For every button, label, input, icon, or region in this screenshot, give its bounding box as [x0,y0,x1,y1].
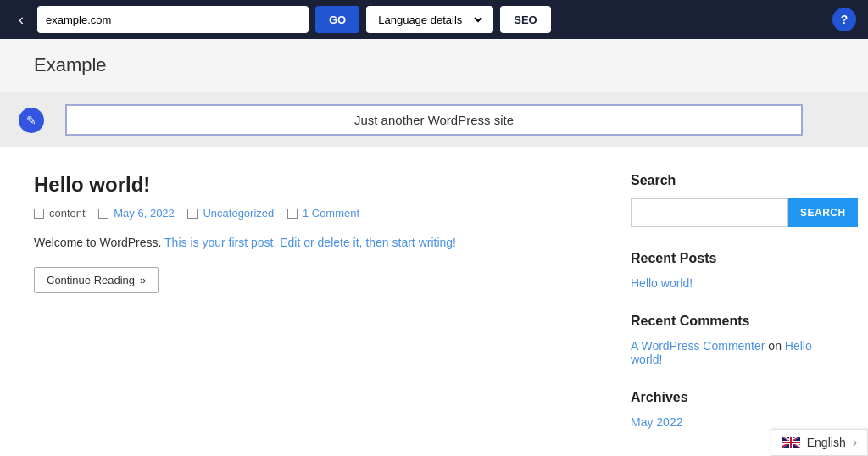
recent-comments-section: Recent Comments A WordPress Commenter on… [631,314,834,366]
search-row: SEARCH [631,198,834,227]
post-meta-comments[interactable]: 1 Comment [303,207,359,220]
meta-sep-1: · [91,207,94,220]
search-section-title: Search [631,173,834,188]
date-icon [98,209,108,219]
language-label: English [807,436,846,449]
excerpt-static: Welcome to WordPress. [34,236,164,249]
post-meta-category[interactable]: Uncategorized [203,207,274,220]
recent-posts-title: Recent Posts [631,251,834,266]
category-icon [187,209,198,219]
excerpt-link1[interactable]: This is your first post. [164,236,276,249]
post-meta-date[interactable]: May 6, 2022 [114,207,175,220]
meta-sep-2: · [180,207,183,220]
flag-icon [782,437,800,448]
continue-reading-button[interactable]: Continue Reading » [34,267,159,293]
language-details-dropdown[interactable]: Language details [366,6,493,33]
lang-chevron-icon[interactable]: › [853,435,857,450]
comment-icon [287,209,298,219]
continue-reading-label: Continue Reading [47,274,135,286]
meta-sep-3: · [279,207,282,220]
post-meta-content: content [49,207,86,220]
site-title: Example [34,54,834,76]
recent-comments-title: Recent Comments [631,314,834,329]
sidebar-search-section: Search SEARCH [631,173,834,227]
post-meta: content · May 6, 2022 · Uncategorized · … [34,207,597,220]
svg-rect-8 [782,442,800,443]
go-button[interactable]: GO [315,6,359,33]
recent-comment-text: A WordPress Commenter on Hello world! [631,339,834,366]
main-left: Hello world! content · May 6, 2022 · Unc… [34,173,597,453]
language-select[interactable]: Language details [375,13,485,27]
post-title: Hello world! [34,173,597,197]
sidebar: Search SEARCH Recent Posts Hello world! … [631,173,834,453]
back-button[interactable]: ‹ [12,8,31,32]
recent-posts-section: Recent Posts Hello world! [631,251,834,290]
toolbar: ‹ GO Language details SEO ? [0,0,868,39]
content-icon [34,209,44,219]
main-content: Hello world! content · May 6, 2022 · Unc… [0,147,868,456]
recent-post-link[interactable]: Hello world! [631,276,834,290]
commenter-link[interactable]: A WordPress Commenter [631,339,765,353]
archive-month-link[interactable]: May 2022 [631,415,834,429]
language-bar: English › [771,429,868,456]
archives-title: Archives [631,390,834,405]
comment-on-text: on [768,339,784,353]
post-excerpt: Welcome to WordPress. This is your first… [34,233,597,252]
site-header: Example [0,39,868,92]
archives-section: Archives May 2022 [631,390,834,429]
seo-button[interactable]: SEO [500,6,550,33]
excerpt-link2[interactable]: Edit or delete it, then start writing! [280,236,456,249]
search-button[interactable]: SEARCH [788,198,858,227]
tagline-bar: ✎ [0,92,868,147]
search-input[interactable] [631,198,788,227]
tagline-input[interactable] [65,104,803,136]
tagline-edit-button[interactable]: ✎ [19,108,44,133]
url-input[interactable] [37,6,309,33]
pencil-icon: ✎ [26,114,36,127]
continue-arrow-icon: » [140,274,146,286]
help-button[interactable]: ? [832,8,856,31]
